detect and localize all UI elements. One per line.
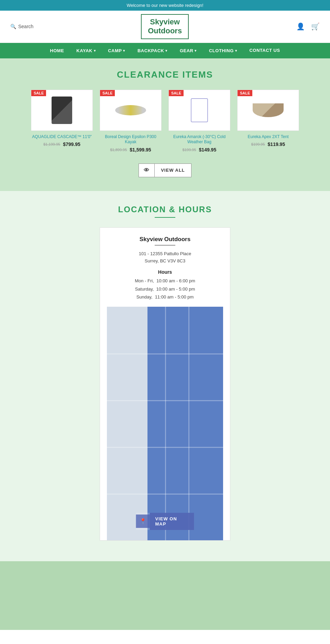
footer-section bbox=[0, 561, 330, 630]
product-card-2[interactable]: SALE Boreal Design Epsilon P300 Kayak $1… bbox=[100, 90, 162, 152]
chevron-down-icon: ▾ bbox=[123, 49, 125, 53]
chevron-down-icon: ▾ bbox=[165, 49, 167, 53]
original-price-4: $199.95 bbox=[251, 142, 265, 146]
product-name-3: Eureka Amarok (-30°C) Cold Weather Bag bbox=[168, 134, 230, 145]
hours-row-2: Saturday, 10:00 am - 5:00 pm bbox=[107, 285, 223, 293]
sale-price-3: $149.95 bbox=[199, 147, 217, 152]
product-image-wrap-3: SALE bbox=[168, 90, 230, 131]
location-section: LOCATION & HOURS Skyview Outdoors 101 - … bbox=[0, 191, 330, 561]
site-logo[interactable]: Skyview Outdoors bbox=[141, 14, 189, 39]
product-image-4 bbox=[253, 103, 284, 117]
logo-line2: Outdoors bbox=[148, 26, 182, 35]
nav-item-clothing[interactable]: CLOTHING ▾ bbox=[209, 48, 237, 53]
hours-time-2: 10:00 am - 5:00 pm bbox=[156, 286, 195, 292]
nav-item-backpack[interactable]: BACKPACK ▾ bbox=[138, 48, 167, 53]
address-line2: Surrey, BC V3V 8C3 bbox=[107, 258, 223, 265]
sale-badge-2: SALE bbox=[100, 90, 115, 96]
hours-title: Hours bbox=[107, 269, 223, 275]
hours-days-1: Mon - Fri, bbox=[135, 278, 154, 283]
store-name: Skyview Outdoors bbox=[107, 236, 223, 243]
nav-item-gear[interactable]: GEAR ▾ bbox=[180, 48, 197, 53]
product-card-1[interactable]: SALE AQUAGLIDE CASCADE™ 11'0" $1,199.95 … bbox=[31, 90, 93, 152]
product-prices-3: $199.95 $149.95 bbox=[168, 147, 230, 152]
search-button[interactable]: 🔍 Search bbox=[10, 24, 33, 29]
hours-row-1: Mon - Fri, 10:00 am - 6:00 pm bbox=[107, 277, 223, 285]
nav-gear-label: GEAR bbox=[180, 48, 194, 53]
hours-days-2: Saturday, bbox=[135, 286, 154, 292]
nav-kayak-label: KAYAK bbox=[76, 48, 92, 53]
product-image-wrap-2: SALE bbox=[100, 90, 162, 131]
sale-price-1: $799.95 bbox=[63, 142, 80, 147]
store-name-underline bbox=[155, 245, 175, 246]
map-background bbox=[107, 307, 223, 540]
address-line1: 101 - 12355 Pattullo Place bbox=[107, 250, 223, 258]
original-price-1: $1,199.95 bbox=[43, 142, 60, 146]
product-prices-4: $199.95 $119.95 bbox=[237, 142, 299, 147]
sale-price-2: $1,599.95 bbox=[130, 147, 151, 152]
product-prices-1: $1,199.95 $799.95 bbox=[31, 142, 93, 147]
location-title: LOCATION & HOURS bbox=[10, 205, 320, 214]
hours-time-1: 10:00 am - 6:00 pm bbox=[156, 278, 195, 283]
main-nav: HOME KAYAK ▾ CAMP ▾ BACKPACK ▾ GEAR ▾ CL… bbox=[0, 43, 330, 58]
product-name-4: Eureka Apex 2XT Tent bbox=[237, 134, 299, 140]
title-underline bbox=[155, 217, 175, 218]
product-image-3 bbox=[191, 98, 208, 122]
map-lighter-area bbox=[107, 307, 147, 540]
chevron-down-icon: ▾ bbox=[94, 49, 96, 53]
product-image-wrap-4: SALE bbox=[237, 90, 299, 131]
account-icon[interactable]: 👤 bbox=[296, 22, 305, 31]
location-card: Skyview Outdoors 101 - 12355 Pattullo Pl… bbox=[100, 227, 230, 541]
nav-contact-label: CONTACT US bbox=[249, 48, 280, 54]
nav-item-kayak[interactable]: KAYAK ▾ bbox=[76, 48, 96, 53]
nav-clothing-label: CLOTHING bbox=[209, 48, 234, 53]
search-label: Search bbox=[18, 24, 33, 29]
chevron-down-icon: ▾ bbox=[235, 49, 237, 53]
cart-icon[interactable]: 🛒 bbox=[311, 22, 320, 31]
product-card-3[interactable]: SALE Eureka Amarok (-30°C) Cold Weather … bbox=[168, 90, 230, 152]
product-image-1 bbox=[52, 97, 72, 124]
product-card-4[interactable]: SALE Eureka Apex 2XT Tent $199.95 $119.9… bbox=[237, 90, 299, 152]
view-all-wrap: 👁 VIEW ALL bbox=[10, 163, 320, 177]
view-all-button[interactable]: 👁 VIEW ALL bbox=[139, 163, 191, 177]
product-prices-2: $1,899.95 $1,599.95 bbox=[100, 147, 162, 152]
view-all-label: VIEW ALL bbox=[155, 164, 191, 176]
view-on-map-button[interactable]: 📍 VIEW ON MAP bbox=[136, 513, 194, 530]
header-icons: 👤 🛒 bbox=[296, 22, 320, 31]
search-icon: 🔍 bbox=[10, 24, 16, 29]
product-image-wrap-1: SALE bbox=[31, 90, 93, 131]
store-address: 101 - 12355 Pattullo Place Surrey, BC V3… bbox=[107, 250, 223, 265]
map-road-v bbox=[165, 307, 166, 540]
sale-price-4: $119.95 bbox=[268, 142, 285, 147]
map-road-v bbox=[188, 307, 189, 540]
map-pin-icon: 📍 bbox=[136, 515, 150, 528]
map-container: 📍 VIEW ON MAP bbox=[107, 307, 223, 540]
nav-item-contact[interactable]: CONTACT US bbox=[249, 48, 280, 54]
clearance-section: CLEARANCE ITEMS SALE AQUAGLIDE CASCADE™ … bbox=[0, 58, 330, 191]
nav-item-home[interactable]: HOME bbox=[50, 48, 64, 53]
sale-badge-1: SALE bbox=[31, 90, 46, 96]
product-name-1: AQUAGLIDE CASCADE™ 11'0" bbox=[31, 134, 93, 140]
nav-item-camp[interactable]: CAMP ▾ bbox=[108, 48, 125, 53]
eye-icon: 👁 bbox=[139, 164, 155, 177]
sale-badge-3: SALE bbox=[169, 90, 184, 96]
clearance-title: CLEARANCE ITEMS bbox=[10, 69, 320, 80]
sale-badge-4: SALE bbox=[238, 90, 252, 96]
store-hours: Mon - Fri, 10:00 am - 6:00 pm Saturday, … bbox=[107, 277, 223, 301]
nav-camp-label: CAMP bbox=[108, 48, 122, 53]
view-on-map-label: VIEW ON MAP bbox=[150, 513, 194, 530]
product-image-2 bbox=[115, 105, 146, 115]
logo-line1: Skyview bbox=[148, 18, 182, 26]
original-price-2: $1,899.95 bbox=[110, 148, 127, 152]
hours-time-3: 11:00 am - 5:00 pm bbox=[155, 294, 194, 300]
products-row: SALE AQUAGLIDE CASCADE™ 11'0" $1,199.95 … bbox=[10, 90, 320, 152]
announcement-bar: Welcome to our new website redesign! bbox=[0, 0, 330, 11]
product-name-2: Boreal Design Epsilon P300 Kayak bbox=[100, 134, 162, 145]
original-price-3: $199.95 bbox=[183, 148, 196, 152]
announcement-text: Welcome to our new website redesign! bbox=[126, 3, 203, 8]
hours-row-3: Sunday, 11:00 am - 5:00 pm bbox=[107, 293, 223, 301]
chevron-down-icon: ▾ bbox=[195, 49, 197, 53]
nav-backpack-label: BACKPACK bbox=[138, 48, 164, 53]
hours-days-3: Sunday, bbox=[136, 294, 153, 300]
header: 🔍 Search Skyview Outdoors 👤 🛒 bbox=[0, 11, 330, 43]
nav-home-label: HOME bbox=[50, 48, 64, 53]
